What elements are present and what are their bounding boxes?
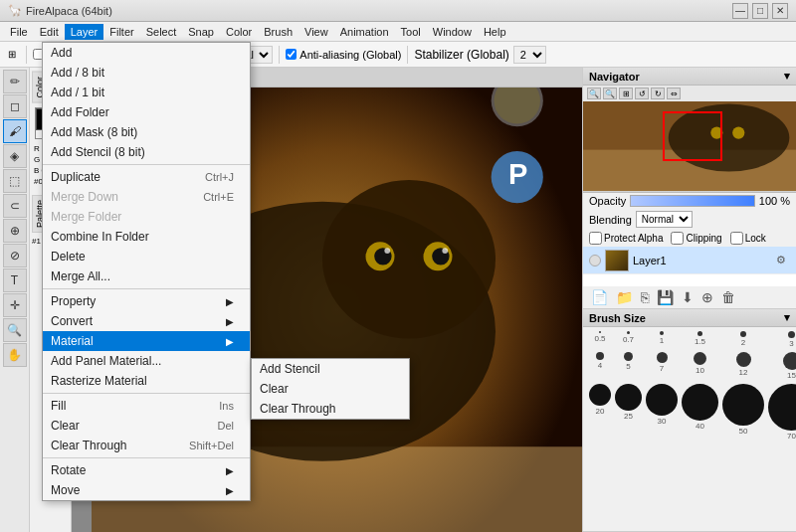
- lock-label[interactable]: Lock: [730, 232, 766, 245]
- clipping-label[interactable]: Clipping: [671, 232, 721, 245]
- brush-size-cell[interactable]: 20: [589, 384, 611, 441]
- nav-rotate-right-btn[interactable]: ↻: [651, 88, 665, 99]
- brush-size-cell[interactable]: 1.5: [682, 331, 718, 348]
- layer-down-btn[interactable]: ⬇: [680, 289, 696, 305]
- tool-fill[interactable]: ◈: [3, 144, 27, 168]
- dropdown-item-clear[interactable]: ClearDel: [43, 416, 250, 436]
- clipping-check[interactable]: [671, 232, 684, 245]
- menu-layer[interactable]: Layer: [65, 24, 104, 40]
- submenu-item-clear-through[interactable]: Clear Through: [252, 399, 409, 419]
- protect-alpha-label[interactable]: Protect Alpha: [589, 232, 663, 245]
- tool-hand[interactable]: ✋: [3, 343, 27, 367]
- submenu-item-add-stencil[interactable]: Add Stencil: [252, 359, 409, 379]
- brush-size-cell[interactable]: 0.5: [589, 331, 611, 348]
- dropdown-item-duplicate[interactable]: DuplicateCtrl+J: [43, 167, 250, 187]
- dropdown-item-merge-all---[interactable]: Merge All...: [43, 266, 250, 286]
- brush-size-cell[interactable]: 0.7: [615, 331, 642, 348]
- tool-eraser[interactable]: ◻: [3, 94, 27, 118]
- minimize-button[interactable]: —: [732, 3, 748, 19]
- dropdown-item-convert[interactable]: Convert▶: [43, 311, 250, 331]
- toolbar-grid-icon[interactable]: ⊞: [4, 47, 20, 62]
- layer-copy-btn[interactable]: ⎘: [639, 289, 651, 305]
- dropdown-item-material[interactable]: Material▶: [43, 331, 250, 351]
- brush-size-cell[interactable]: 50: [722, 384, 764, 441]
- dropdown-item-add-stencil--8-bit-[interactable]: Add Stencil (8 bit): [43, 142, 250, 162]
- brush-size-cell[interactable]: 5: [615, 352, 642, 380]
- layer-folder-btn[interactable]: 📁: [614, 289, 635, 305]
- dropdown-item-fill[interactable]: FillIns: [43, 396, 250, 416]
- menu-edit[interactable]: Edit: [34, 24, 65, 40]
- antialiasing-checkbox[interactable]: Anti-aliasing (Global): [286, 49, 401, 61]
- dropdown-item-delete[interactable]: Delete: [43, 247, 250, 266]
- brush-size-cell[interactable]: 7: [646, 352, 678, 380]
- nav-fit-btn[interactable]: ⊞: [619, 88, 633, 99]
- tool-text[interactable]: T: [3, 268, 27, 292]
- tool-magic-wand[interactable]: ⊕: [3, 219, 27, 243]
- menu-snap[interactable]: Snap: [182, 24, 220, 40]
- nav-flip-btn[interactable]: ⇔: [667, 88, 681, 99]
- menu-help[interactable]: Help: [478, 24, 512, 40]
- menu-filter[interactable]: Filter: [103, 24, 139, 40]
- menu-tool[interactable]: Tool: [395, 24, 427, 40]
- brush-size-cell[interactable]: 40: [682, 384, 718, 441]
- tool-select[interactable]: ⬚: [3, 169, 27, 193]
- menu-file[interactable]: File: [4, 24, 34, 40]
- dropdown-item-rasterize-material[interactable]: Rasterize Material: [43, 371, 250, 391]
- maximize-button[interactable]: □: [752, 3, 768, 19]
- antialiasing-check[interactable]: [286, 49, 297, 60]
- layer-delete-btn[interactable]: 🗑: [719, 289, 737, 305]
- dropdown-item-add[interactable]: Add: [43, 43, 250, 63]
- stabilizer-select[interactable]: 2: [513, 46, 546, 64]
- submenu-item-clear[interactable]: Clear: [252, 379, 409, 399]
- menu-view[interactable]: View: [298, 24, 334, 40]
- brush-size-cell[interactable]: 15: [768, 352, 796, 380]
- nav-rotate-left-btn[interactable]: ↺: [635, 88, 649, 99]
- brush-size-cell[interactable]: 25: [615, 384, 642, 441]
- brush-size-cell[interactable]: 70: [768, 384, 796, 441]
- dropdown-item-move[interactable]: Move▶: [43, 480, 250, 500]
- layer-merge-btn[interactable]: ⊕: [699, 289, 715, 305]
- menu-color[interactable]: Color: [220, 24, 258, 40]
- lock-check[interactable]: [730, 232, 743, 245]
- dropdown-item-add-folder[interactable]: Add Folder: [43, 102, 250, 122]
- layer-new-btn[interactable]: 📄: [589, 289, 610, 305]
- opacity-bar[interactable]: [630, 195, 755, 207]
- protect-alpha-check[interactable]: [589, 232, 602, 245]
- brush-size-cell[interactable]: 4: [589, 352, 611, 380]
- nav-zoom-out-btn[interactable]: 🔍: [587, 88, 601, 99]
- tool-pen[interactable]: ✏: [3, 70, 27, 93]
- navigator-collapse-icon[interactable]: ▾: [784, 70, 790, 83]
- tool-eyedropper[interactable]: ⊘: [3, 244, 27, 267]
- dropdown-item-add---8-bit[interactable]: Add / 8 bit: [43, 63, 250, 83]
- tool-lasso[interactable]: ⊂: [3, 194, 27, 218]
- dropdown-item-clear-through[interactable]: Clear ThroughShift+Del: [43, 436, 250, 455]
- brush-size-cell[interactable]: 2: [722, 331, 764, 348]
- nav-zoom-in-btn[interactable]: 🔍: [603, 88, 617, 99]
- layer-gear-icon[interactable]: ⚙: [776, 254, 790, 267]
- brush-size-cell[interactable]: 10: [682, 352, 718, 380]
- brush-size-collapse-icon[interactable]: ▾: [784, 311, 790, 324]
- dropdown-item-property[interactable]: Property▶: [43, 291, 250, 311]
- tool-brush[interactable]: 🖌: [3, 119, 27, 143]
- menu-select[interactable]: Select: [140, 24, 183, 40]
- close-button[interactable]: ✕: [772, 3, 788, 19]
- dropdown-item-add-panel-material---[interactable]: Add Panel Material...: [43, 351, 250, 371]
- brush-size-cell[interactable]: 3: [768, 331, 796, 348]
- layer-save-btn[interactable]: 💾: [655, 289, 676, 305]
- dropdown-item-rotate[interactable]: Rotate▶: [43, 460, 250, 480]
- dropdown-item-add---1-bit[interactable]: Add / 1 bit: [43, 83, 250, 102]
- menu-brush[interactable]: Brush: [258, 24, 298, 40]
- brush-size-cell[interactable]: 30: [646, 384, 678, 441]
- dropdown-item-add-mask--8-bit-[interactable]: Add Mask (8 bit): [43, 122, 250, 142]
- menu-animation[interactable]: Animation: [334, 24, 395, 40]
- dropdown-item-combine-in-folder[interactable]: Combine In Folder: [43, 227, 250, 247]
- tool-zoom[interactable]: 🔍: [3, 318, 27, 342]
- layer-item[interactable]: Layer1 ⚙: [583, 247, 796, 274]
- menu-window[interactable]: Window: [427, 24, 478, 40]
- blending-select[interactable]: Normal: [636, 211, 693, 228]
- title-bar-controls[interactable]: — □ ✕: [732, 3, 788, 19]
- brush-size-cell[interactable]: 12: [722, 352, 764, 380]
- tool-move[interactable]: ✛: [3, 293, 27, 317]
- brush-size-cell[interactable]: 1: [646, 331, 678, 348]
- layer-visibility-toggle[interactable]: [589, 255, 601, 266]
